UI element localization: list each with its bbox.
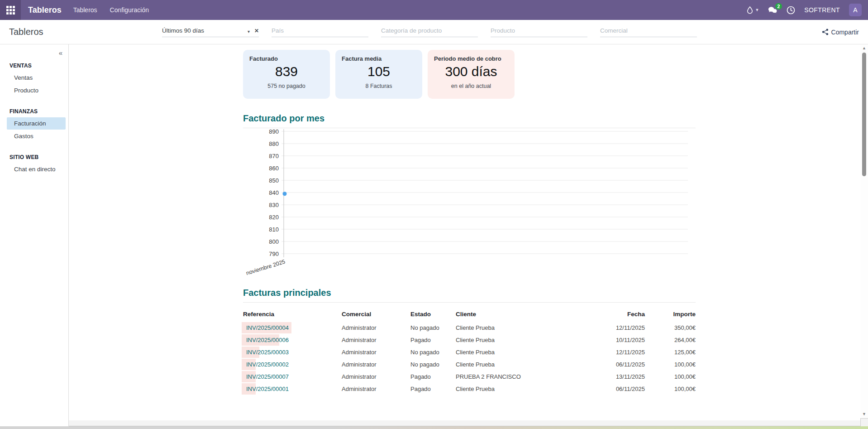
importe-cell: 125,00€ [645, 347, 696, 358]
menu-item-tableros[interactable]: Tableros [73, 6, 97, 14]
table-row: INV/2025/00001 Administrator Pagado Clie… [243, 383, 696, 395]
scrollbar-corner [860, 418, 868, 426]
referencia-cell: INV/2025/00004 [243, 322, 342, 334]
sidebar-item-facturacion[interactable]: Facturación [7, 117, 66, 130]
chart-title: Facturado por mes [243, 113, 696, 128]
sidebar-section-sitio-web: SITIO WEB Chat en directo [0, 154, 68, 175]
country-filter [272, 27, 368, 37]
table-row: INV/2025/00007 Administrator Pagado PRUE… [243, 371, 696, 383]
theme-droplet-button[interactable]: ▼ [747, 6, 759, 14]
company-name[interactable]: SOFTRENT [804, 6, 840, 14]
column-header-fecha: Fecha [557, 305, 645, 322]
importe-cell: 100,00€ [645, 371, 696, 382]
table-header-row: Referencia Comercial Estado Cliente Fech… [243, 305, 696, 322]
body: « VENTAS Ventas Producto FINANZAS Factur… [0, 44, 868, 429]
page-title: Tableros [9, 27, 127, 37]
invoices-table: Referencia Comercial Estado Cliente Fech… [243, 305, 696, 395]
kpi-card-facturado: Facturado 839 575 no pagado [243, 50, 330, 99]
country-filter-input[interactable] [272, 27, 368, 34]
sidebar-item-chat-en-directo[interactable]: Chat en directo [7, 163, 66, 175]
vertical-scrollbar[interactable]: ▲ ▼ [860, 45, 868, 426]
apps-grid-button[interactable] [0, 0, 21, 20]
fecha-cell: 06/11/2025 [557, 383, 645, 395]
menu-item-configuracion[interactable]: Configuración [110, 6, 149, 14]
product-filter [491, 27, 587, 37]
column-header-estado: Estado [410, 305, 456, 322]
scrollbar-thumb[interactable] [862, 53, 866, 176]
y-tick-label: 860 [269, 165, 279, 172]
cliente-cell: Cliente Prueba [456, 359, 557, 370]
table-row: INV/2025/00003 Administrator No pagado C… [243, 346, 696, 358]
kpi-value: 839 [249, 64, 324, 79]
invoice-link[interactable]: INV/2025/00006 [243, 337, 289, 343]
y-tick-label: 810 [269, 226, 279, 233]
share-button[interactable]: Compartir [822, 29, 859, 36]
invoice-link[interactable]: INV/2025/00003 [243, 349, 289, 356]
share-icon [822, 29, 829, 35]
control-bar: Tableros Últimos 90 días ▾ ✕ Compartir [0, 20, 868, 44]
apps-grid-icon [6, 6, 15, 14]
sidebar-collapse-icon[interactable]: « [59, 49, 62, 57]
filter-caret-icon[interactable]: ▾ [248, 29, 250, 34]
chevron-down-icon: ▼ [755, 8, 759, 12]
main-content: Facturado 839 575 no pagado Factura medi… [69, 44, 868, 429]
importe-cell: 100,00€ [645, 359, 696, 370]
cliente-cell: Cliente Prueba [456, 322, 557, 333]
kpi-label: Factura media [342, 55, 416, 62]
cliente-cell: Cliente Prueba [456, 334, 557, 346]
x-tick-label: noviembre 2025 [245, 258, 286, 276]
fecha-cell: 12/11/2025 [557, 322, 645, 333]
sidebar-section-title: VENTAS [10, 63, 68, 69]
estado-cell: Pagado [410, 334, 456, 346]
kpi-subtitle: en el año actual [434, 83, 508, 89]
column-header-cliente: Cliente [456, 305, 557, 322]
invoice-link[interactable]: INV/2025/00007 [243, 373, 289, 380]
kpi-value: 300 días [434, 64, 508, 79]
product-category-filter-input[interactable] [381, 27, 478, 34]
sidebar-item-producto[interactable]: Producto [7, 84, 66, 96]
product-filter-input[interactable] [491, 27, 587, 34]
kpi-card-factura-media: Factura media 105 8 Facturas [335, 50, 422, 99]
sidebar-section-title: FINANZAS [10, 108, 68, 115]
filter-clear-icon[interactable]: ✕ [254, 28, 259, 34]
estado-cell: No pagado [410, 347, 456, 358]
invoice-link[interactable]: INV/2025/00001 [243, 386, 289, 392]
y-tick-label: 840 [269, 189, 279, 196]
app-brand[interactable]: Tableros [28, 5, 62, 15]
kpi-value: 105 [342, 64, 416, 79]
scroll-up-icon[interactable]: ▲ [860, 46, 868, 50]
y-tick-label: 790 [269, 251, 279, 257]
sidebar-item-ventas[interactable]: Ventas [7, 72, 66, 84]
messages-button[interactable]: 2 [768, 6, 777, 14]
fecha-cell: 06/11/2025 [557, 359, 645, 370]
referencia-cell: INV/2025/00006 [243, 334, 342, 346]
invoice-link[interactable]: INV/2025/00004 [243, 324, 289, 331]
y-tick-label: 870 [269, 153, 279, 159]
referencia-cell: INV/2025/00001 [243, 383, 342, 395]
salesperson-filter-input[interactable] [600, 27, 697, 34]
referencia-cell: INV/2025/00002 [243, 358, 342, 371]
product-category-filter [381, 27, 478, 37]
activities-button[interactable] [787, 6, 795, 14]
table-row: INV/2025/00004 Administrator No pagado C… [243, 322, 696, 334]
date-filter-value: Últimos 90 días [162, 27, 204, 34]
kpi-label: Periodo medio de cobro [434, 55, 508, 62]
comercial-cell: Administrator [342, 347, 410, 358]
date-filter-facet[interactable]: Últimos 90 días ▾ ✕ [162, 27, 259, 37]
scroll-down-icon[interactable]: ▼ [860, 412, 868, 416]
column-header-importe: Importe [645, 305, 696, 322]
sidebar-section-title: SITIO WEB [10, 154, 68, 160]
kpi-subtitle: 8 Facturas [342, 83, 416, 89]
invoice-link[interactable]: INV/2025/00002 [243, 361, 289, 368]
filters-row: Últimos 90 días ▾ ✕ [162, 27, 697, 37]
comercial-cell: Administrator [342, 383, 410, 395]
content-footer-strip [69, 420, 860, 426]
user-avatar[interactable]: A [849, 4, 862, 16]
estado-cell: Pagado [410, 371, 456, 382]
kpi-card-periodo-cobro: Periodo medio de cobro 300 días en el añ… [428, 50, 515, 99]
chart-data-point[interactable] [283, 192, 287, 196]
sidebar-item-gastos[interactable]: Gastos [7, 130, 66, 142]
cliente-cell: Cliente Prueba [456, 347, 557, 358]
share-label: Compartir [831, 29, 859, 36]
window-bottom-edge [0, 426, 868, 429]
